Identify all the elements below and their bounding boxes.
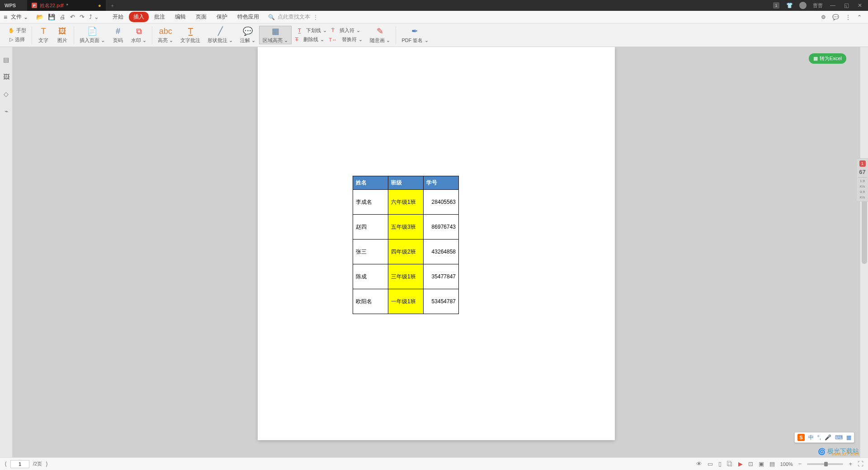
mic-icon[interactable]: 🎤 (825, 434, 831, 441)
tool-watermark[interactable]: ⧉水印 ⌄ (127, 26, 150, 44)
tab-start[interactable]: 开始 (108, 12, 128, 22)
network-gauge[interactable]: 1 67 1.9 K/s 0.9 K/s (856, 158, 868, 202)
tab-edit[interactable]: 编辑 (170, 12, 190, 22)
gauge-up: 1.9 (860, 179, 865, 183)
fit-page-icon[interactable]: ▣ (759, 461, 764, 467)
notification-badge[interactable]: 1 (773, 2, 779, 9)
page-total: /2页 (33, 461, 42, 467)
eye-icon[interactable]: 👁 (696, 461, 702, 467)
tag-icon[interactable]: ◇ (4, 90, 9, 98)
menu-bar: 文件 ⌄ 📂 💾 🖨 ↶ ↷ ⤴ ⌄ 开始 插入 批注 编辑 页面 保护 特色应… (0, 11, 868, 24)
text-annot-icon: T̲ (188, 26, 193, 36)
document-tab[interactable]: P 姓名22.pdf * ● (27, 0, 106, 11)
zoom-slider[interactable] (807, 463, 843, 465)
table-header-row: 姓名 班级 学号 (353, 176, 459, 190)
export-icon[interactable]: ⤴ ⌄ (89, 14, 99, 20)
highlight-icon: abc (159, 26, 172, 36)
tab-unsaved-dot: ● (98, 3, 101, 8)
status-bar: ⟨ /2页 ⟩ 👁 ▭ ▯ ⿻ ▶ ⊡ ▣ ▤ 100% − + ⛶ (0, 457, 868, 470)
keyboard-icon[interactable]: ⌨ (835, 434, 843, 441)
th-class: 班级 (388, 176, 424, 190)
more-icon[interactable]: ⋮ (845, 14, 851, 20)
prev-page-icon[interactable]: ⟨ (5, 461, 7, 467)
close-button[interactable]: ✕ (856, 2, 863, 9)
pdf-icon: P (32, 3, 37, 8)
view-mode2-icon[interactable]: ▯ (718, 461, 722, 467)
window-controls: 1 👕 曹曹 — ◱ ✕ (773, 2, 868, 9)
status-right: 👁 ▭ ▯ ⿻ ▶ ⊡ ▣ ▤ 100% − + ⛶ (696, 461, 863, 467)
search-box[interactable]: 🔍 点此查找文本 ⋮ (268, 13, 318, 21)
tool-underline-strike[interactable]: T̲ 下划线 ⌄ T̂ 插入符 ⌄ T̶ 删除线 ⌄ T↔ 替换符 ⌄ (292, 26, 366, 44)
zoom-out-icon[interactable]: − (798, 461, 802, 467)
tool-area-highlight[interactable]: ▦区域高亮 ⌄ (259, 26, 292, 44)
ime-lang[interactable]: 中 (808, 434, 814, 442)
zoom-in-icon[interactable]: + (849, 461, 852, 467)
tool-image[interactable]: 🖼图片 (53, 26, 72, 44)
text-icon: T (41, 26, 46, 36)
user-name: 曹曹 (813, 2, 823, 9)
attachment-icon[interactable]: ⌁ (5, 108, 8, 115)
table-row: 欧阳名一年级1班53454787 (353, 289, 459, 314)
table-row: 李成名六年级1班28405563 (353, 190, 459, 215)
fullscreen-icon[interactable]: ⛶ (858, 461, 863, 467)
fit-width-icon[interactable]: ⊡ (748, 461, 753, 467)
print-icon[interactable]: 🖨 (60, 14, 66, 20)
gauge-dn-unit: K/s (860, 196, 865, 199)
tab-features[interactable]: 特色应用 (233, 12, 264, 22)
next-page-icon[interactable]: ⟩ (46, 461, 48, 467)
settings-icon[interactable]: ⚙ (821, 14, 826, 20)
left-rail: ▤ 🖼 ◇ ⌁ (0, 47, 13, 457)
ime-punct[interactable]: °, (817, 434, 821, 441)
undo-icon[interactable]: ↶ (70, 14, 75, 20)
ime-bar[interactable]: S 中 °, 🎤 ⌨ ▦ (794, 432, 854, 443)
book-view-icon[interactable]: ▤ (769, 461, 775, 467)
tool-page-number[interactable]: #页码 (108, 26, 127, 44)
insert-char-icon: T̂ (331, 28, 335, 33)
view-mode3-icon[interactable]: ⿻ (727, 461, 733, 467)
zoom-slider-thumb[interactable] (824, 462, 828, 466)
thumbnails-icon[interactable]: ▤ (3, 56, 9, 63)
tool-freehand[interactable]: ✎随意画 ⌄ (366, 26, 394, 44)
collapse-ribbon-icon[interactable]: ⌃ (857, 14, 862, 20)
excel-label: 转为Excel (820, 55, 842, 62)
maximize-button[interactable]: ◱ (843, 2, 850, 9)
redo-icon[interactable]: ↷ (80, 14, 85, 20)
tool-hand-select[interactable]: ✋手型 ▷选择 (5, 26, 30, 44)
insert-page-icon: 📄 (87, 26, 97, 36)
new-tab-button[interactable]: ＋ (106, 2, 119, 9)
open-icon[interactable]: 📂 (36, 14, 43, 20)
view-mode1-icon[interactable]: ▭ (708, 461, 713, 467)
tool-insert-page[interactable]: 📄插入页面 ⌄ (76, 26, 108, 44)
vertical-scrollbar[interactable] (860, 47, 868, 457)
skin-icon[interactable]: 👕 (786, 2, 793, 9)
tool-shape-annot[interactable]: ╱形状批注 ⌄ (204, 26, 236, 44)
save-icon[interactable]: 💾 (48, 14, 55, 20)
tab-page[interactable]: 页面 (191, 12, 211, 22)
kebab-icon: ⋮ (313, 14, 318, 20)
user-avatar[interactable] (799, 2, 807, 9)
bookmarks-icon[interactable]: 🖼 (3, 73, 9, 80)
tab-insert[interactable]: 插入 (129, 12, 149, 22)
cursor-icon: ▷ (9, 37, 13, 42)
tab-protect[interactable]: 保护 (212, 12, 232, 22)
play-icon[interactable]: ▶ (738, 461, 743, 467)
page-input[interactable] (10, 460, 29, 468)
page-number-icon: # (116, 26, 120, 36)
feedback-icon[interactable]: 💬 (832, 14, 839, 20)
tool-annotate[interactable]: 💬注解 ⌄ (236, 26, 259, 44)
tool-text[interactable]: T文字 (34, 26, 53, 44)
excel-icon: ▦ (813, 56, 818, 61)
strike-icon: T̶ (295, 37, 298, 42)
grid-icon[interactable]: ▦ (846, 434, 851, 441)
file-menu[interactable]: 文件 ⌄ (0, 13, 32, 21)
tool-pdf-sign[interactable]: ✒PDF 签名 ⌄ (398, 26, 432, 44)
watermark-icon: ⧉ (136, 26, 142, 36)
convert-excel-button[interactable]: ▦ 转为Excel (809, 53, 846, 64)
tool-highlight[interactable]: abc高亮 ⌄ (154, 26, 177, 44)
tool-text-annot[interactable]: T̲文字批注 (177, 26, 204, 44)
gauge-up-unit: K/s (860, 185, 865, 188)
minimize-button[interactable]: — (829, 2, 836, 9)
canvas[interactable]: ▦ 转为Excel 姓名 班级 学号 李成名六年级1班28405563 赵四五年… (13, 47, 860, 457)
tab-annotate[interactable]: 批注 (150, 12, 170, 22)
quick-access-toolbar: 📂 💾 🖨 ↶ ↷ ⤴ ⌄ (32, 14, 104, 20)
